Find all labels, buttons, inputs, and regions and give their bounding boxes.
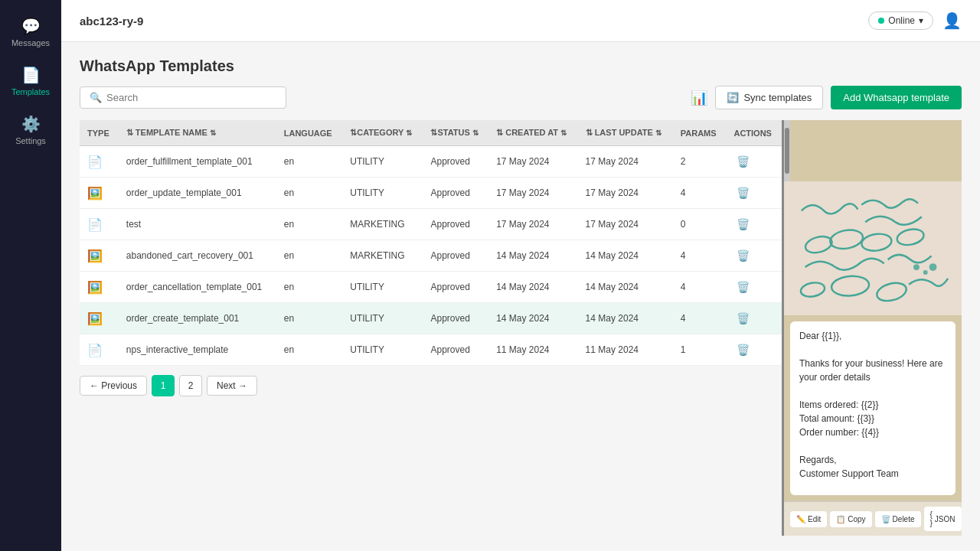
delete-icon: 🗑️ <box>881 515 890 523</box>
table-row[interactable]: 📄 nps_interactive_template en UTILITY Ap… <box>80 334 782 366</box>
col-template-name[interactable]: ⇅ TEMPLATE NAME <box>119 120 276 146</box>
settings-icon: ⚙️ <box>21 115 41 133</box>
cell-updated: 14 May 2024 <box>578 303 673 334</box>
cell-type: 🖼️ <box>80 272 119 303</box>
sidebar-item-messages[interactable]: 💬 Messages <box>0 8 61 57</box>
cell-params: 2 <box>673 146 727 178</box>
delete-row-button[interactable]: 🗑️ <box>733 217 753 232</box>
page-number-2[interactable]: 2 <box>179 375 202 396</box>
cell-category: MARKETING <box>342 209 423 240</box>
preview-message: Dear {{1}}, Thanks for your business! He… <box>790 321 956 495</box>
type-icon: 🖼️ <box>87 281 103 294</box>
cell-actions: 🗑️ <box>726 334 782 366</box>
app-title: abc123-ry-9 <box>80 15 143 28</box>
type-icon: 🖼️ <box>87 187 103 200</box>
sidebar-item-templates[interactable]: 📄 Templates <box>0 57 61 106</box>
col-params: PARAMS <box>673 120 727 146</box>
cell-name: order_fulfillment_template_001 <box>119 146 276 178</box>
col-last-update[interactable]: ⇅ LAST UPDATE <box>578 120 673 146</box>
cell-created: 14 May 2024 <box>488 272 577 303</box>
cell-created: 11 May 2024 <box>488 334 577 366</box>
cell-category: UTILITY <box>342 272 423 303</box>
scrollbar[interactable] <box>784 120 790 181</box>
cell-language: en <box>276 209 343 240</box>
sidebar: 💬 Messages 📄 Templates ⚙️ Settings <box>0 0 61 551</box>
svg-point-5 <box>831 275 870 298</box>
cell-status: Approved <box>423 334 488 366</box>
cell-language: en <box>276 240 343 272</box>
cell-type: 🖼️ <box>80 240 119 272</box>
svg-point-8 <box>923 270 928 275</box>
preview-copy-button[interactable]: 📋 Copy <box>830 511 871 527</box>
cell-created: 17 May 2024 <box>488 209 577 240</box>
cell-language: en <box>276 334 343 366</box>
delete-row-button[interactable]: 🗑️ <box>733 342 753 357</box>
delete-row-button[interactable]: 🗑️ <box>733 185 753 201</box>
cell-type: 📄 <box>80 146 119 178</box>
search-icon: 🔍 <box>90 92 102 103</box>
col-actions: ACTIONS <box>726 120 782 146</box>
edit-icon: ✏️ <box>796 515 805 523</box>
page-number-1[interactable]: 1 <box>152 375 175 396</box>
next-button[interactable]: Next → <box>207 376 257 396</box>
table-row[interactable]: 📄 test en MARKETING Approved 17 May 2024… <box>80 209 782 240</box>
cell-status: Approved <box>423 146 488 178</box>
cell-updated: 17 May 2024 <box>578 178 673 209</box>
pagination: ← Previous 1 2 Next → <box>80 366 782 399</box>
templates-icon: 📄 <box>21 66 41 84</box>
cell-status: Approved <box>423 303 488 334</box>
cell-actions: 🗑️ <box>726 303 782 334</box>
previous-button[interactable]: ← Previous <box>80 376 147 396</box>
wave-art-image <box>790 188 956 308</box>
preview-image-area <box>784 181 962 315</box>
col-type: TYPE <box>80 120 119 146</box>
col-created-at[interactable]: ⇅ CREATED AT <box>488 120 577 146</box>
sidebar-item-label-templates: Templates <box>11 87 50 96</box>
cell-params: 1 <box>673 334 727 366</box>
table-header-row: TYPE ⇅ TEMPLATE NAME LANGUAGE ⇅CATEGORY … <box>80 120 782 146</box>
delete-row-button[interactable]: 🗑️ <box>733 279 753 295</box>
cell-actions: 🗑️ <box>726 146 782 178</box>
toolbar-right: 📊 🔄 Sync templates Add Whatsapp template <box>691 86 962 109</box>
col-category[interactable]: ⇅CATEGORY <box>342 120 423 146</box>
page-title: WhatsApp Templates <box>80 57 962 75</box>
excel-icon[interactable]: 📊 <box>691 90 707 106</box>
cell-language: en <box>276 178 343 209</box>
preview-json-button[interactable]: { } JSON <box>924 507 962 531</box>
preview-phone: Dear {{1}}, Thanks for your business! He… <box>784 181 962 536</box>
copy-icon: 📋 <box>836 515 845 523</box>
preview-edit-button[interactable]: ✏️ Edit <box>790 511 827 527</box>
cell-language: en <box>276 272 343 303</box>
content-area: WhatsApp Templates 🔍 📊 🔄 Sync templates … <box>61 42 980 551</box>
col-status[interactable]: ⇅STATUS <box>423 120 488 146</box>
cell-actions: 🗑️ <box>726 240 782 272</box>
delete-row-button[interactable]: 🗑️ <box>733 311 753 326</box>
header-right: Online ▾ 👤 <box>868 11 962 30</box>
cell-type: 🖼️ <box>80 303 119 334</box>
table-row[interactable]: 🖼️ order_update_template_001 en UTILITY … <box>80 178 782 209</box>
sidebar-item-settings[interactable]: ⚙️ Settings <box>0 106 61 155</box>
col-language: LANGUAGE <box>276 120 343 146</box>
table-row[interactable]: 🖼️ order_create_template_001 en UTILITY … <box>80 303 782 334</box>
cell-params: 0 <box>673 209 727 240</box>
delete-row-button[interactable]: 🗑️ <box>733 154 753 169</box>
cell-name: order_cancellation_template_001 <box>119 272 276 303</box>
cell-updated: 14 May 2024 <box>578 272 673 303</box>
table-row[interactable]: 🖼️ abandoned_cart_recovery_001 en MARKET… <box>80 240 782 272</box>
table-row[interactable]: 📄 order_fulfillment_template_001 en UTIL… <box>80 146 782 178</box>
type-icon: 📄 <box>87 155 103 168</box>
cell-name: abandoned_cart_recovery_001 <box>119 240 276 272</box>
main-content: abc123-ry-9 Online ▾ 👤 WhatsApp Template… <box>61 0 980 551</box>
svg-point-4 <box>799 281 825 298</box>
user-icon[interactable]: 👤 <box>942 11 962 30</box>
cell-category: MARKETING <box>342 240 423 272</box>
table-row[interactable]: 🖼️ order_cancellation_template_001 en UT… <box>80 272 782 303</box>
online-status-badge[interactable]: Online ▾ <box>868 11 933 30</box>
delete-row-button[interactable]: 🗑️ <box>733 248 753 263</box>
add-template-button[interactable]: Add Whatsapp template <box>831 86 962 109</box>
search-input[interactable] <box>106 92 276 103</box>
sync-templates-button[interactable]: 🔄 Sync templates <box>715 86 823 109</box>
preview-delete-button[interactable]: 🗑️ Delete <box>875 511 921 527</box>
cell-params: 4 <box>673 178 727 209</box>
cell-created: 17 May 2024 <box>488 178 577 209</box>
